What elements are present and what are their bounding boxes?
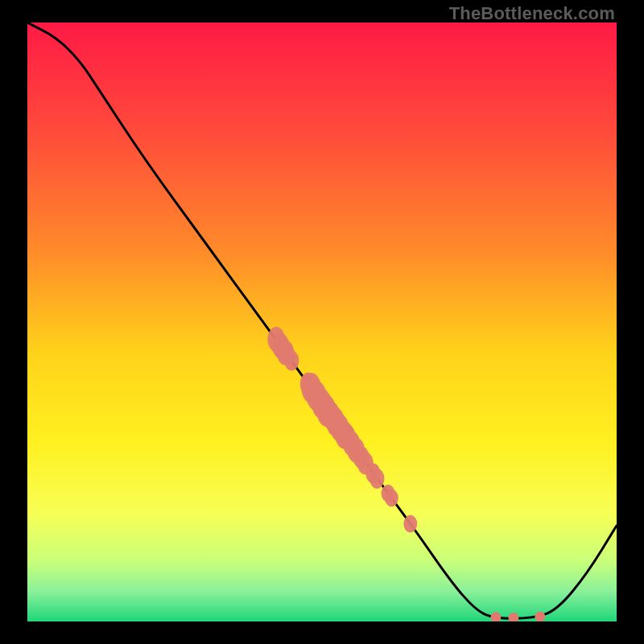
gradient-background bbox=[27, 23, 617, 621]
svg-point-23 bbox=[369, 469, 384, 489]
chart-svg bbox=[27, 23, 617, 621]
chart-frame: TheBottleneck.com bbox=[0, 0, 644, 644]
svg-point-25 bbox=[385, 489, 398, 507]
data-cluster bbox=[403, 515, 417, 533]
svg-point-26 bbox=[403, 515, 417, 533]
chart-plot-area bbox=[27, 23, 617, 621]
data-point bbox=[535, 612, 545, 621]
svg-point-4 bbox=[284, 350, 299, 370]
watermark-text: TheBottleneck.com bbox=[449, 3, 615, 24]
